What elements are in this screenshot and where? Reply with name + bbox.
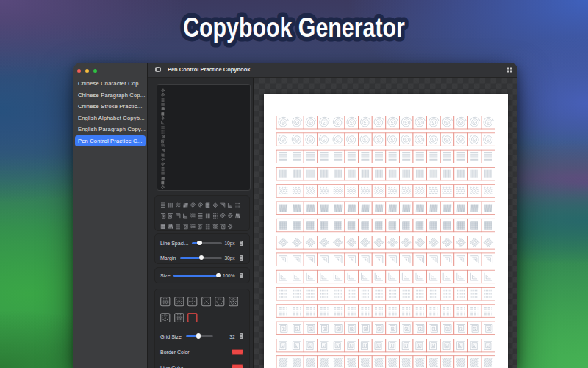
svg-text:Copybook Generator: Copybook Generator <box>183 12 405 43</box>
